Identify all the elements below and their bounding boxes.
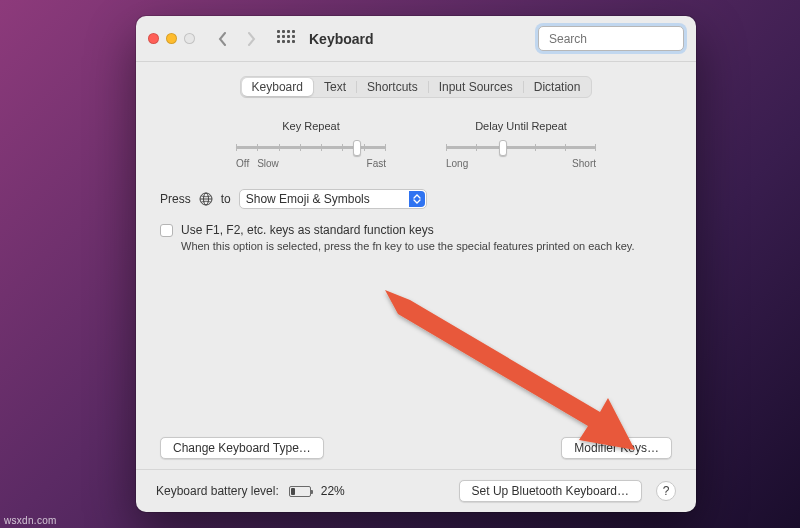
minimize-window-button[interactable] [166,33,177,44]
chevron-right-icon [246,32,256,46]
key-repeat-fast-label: Fast [367,158,386,169]
battery-percent: 22% [321,484,345,498]
modifier-keys-button[interactable]: Modifier Keys… [561,437,672,459]
window-title: Keyboard [309,31,374,47]
press-label: Press [160,192,191,206]
delay-label: Delay Until Repeat [446,120,596,132]
traffic-lights [148,33,195,44]
globe-action-value: Show Emoji & Symbols [246,192,370,206]
sliders-row: Key Repeat Off Slow Fast Delay Until Rep… [160,120,672,169]
setup-bluetooth-keyboard-button[interactable]: Set Up Bluetooth Keyboard… [459,480,642,502]
globe-icon [199,192,213,206]
delay-slider[interactable] [446,138,596,156]
battery-label: Keyboard battery level: [156,484,279,498]
forward-button[interactable] [239,25,263,53]
key-repeat-label: Key Repeat [236,120,386,132]
system-preferences-window: Keyboard Keyboard Text Shortcuts Input S… [136,16,696,512]
nav-arrows [211,25,263,53]
key-repeat-slider-block: Key Repeat Off Slow Fast [236,120,386,169]
show-all-icon[interactable] [277,30,295,48]
change-keyboard-type-button[interactable]: Change Keyboard Type… [160,437,324,459]
segmented-tabs: Keyboard Text Shortcuts Input Sources Di… [240,76,593,98]
battery-icon [289,486,311,497]
fn-keys-checkbox[interactable] [160,224,173,237]
delay-ends: Long Short [446,158,596,169]
delay-slider-block: Delay Until Repeat Long Short [446,120,596,169]
tab-row: Keyboard Text Shortcuts Input Sources Di… [136,62,696,104]
key-repeat-ends: Off Slow Fast [236,158,386,169]
chevron-left-icon [218,32,228,46]
fn-keys-text: Use F1, F2, etc. keys as standard functi… [181,223,635,254]
titlebar: Keyboard [136,16,696,62]
close-window-button[interactable] [148,33,159,44]
press-globe-row: Press to Show Emoji & Symbols [160,189,672,209]
to-label: to [221,192,231,206]
footer: Keyboard battery level: 22% Set Up Bluet… [136,470,696,512]
delay-thumb[interactable] [499,140,507,156]
tab-input-sources[interactable]: Input Sources [429,78,523,96]
tab-text[interactable]: Text [314,78,356,96]
fn-keys-row: Use F1, F2, etc. keys as standard functi… [160,223,672,254]
delay-short-label: Short [572,158,596,169]
search-input[interactable] [549,32,699,46]
fn-keys-label: Use F1, F2, etc. keys as standard functi… [181,223,635,237]
tab-shortcuts[interactable]: Shortcuts [357,78,428,96]
globe-action-select[interactable]: Show Emoji & Symbols [239,189,427,209]
tab-dictation[interactable]: Dictation [524,78,591,96]
maximize-window-button[interactable] [184,33,195,44]
content-bottom-buttons: Change Keyboard Type… Modifier Keys… [160,437,672,459]
search-field[interactable] [538,26,684,51]
key-repeat-slider[interactable] [236,138,386,156]
tab-keyboard[interactable]: Keyboard [242,78,313,96]
back-button[interactable] [211,25,235,53]
key-repeat-off-label: Off [236,158,249,169]
fn-keys-description: When this option is selected, press the … [181,239,635,254]
delay-long-label: Long [446,158,468,169]
key-repeat-slow-label: Slow [257,158,362,169]
watermark: wsxdn.com [4,515,57,526]
keyboard-tab-content: Key Repeat Off Slow Fast Delay Until Rep… [136,104,696,469]
help-button[interactable]: ? [656,481,676,501]
key-repeat-thumb[interactable] [353,140,361,156]
select-arrows-icon [409,191,425,207]
